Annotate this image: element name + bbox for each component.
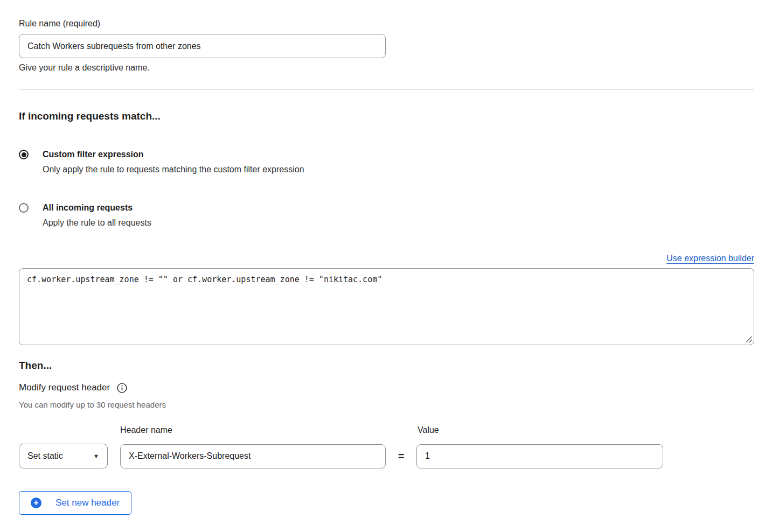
builder-link-row: Use expression builder [19, 254, 754, 263]
rule-name-label: Rule name (required) [19, 18, 754, 29]
radio-unselected-icon[interactable] [19, 203, 29, 213]
expression-editor: cf.worker.upstream_zone != "" or cf.work… [19, 268, 754, 345]
header-value-input[interactable] [416, 444, 663, 468]
action-row: Modify request header [19, 382, 754, 393]
column-labels-row: Header name Value [19, 425, 754, 435]
use-expression-builder-link[interactable]: Use expression builder [666, 254, 754, 263]
set-new-header-button[interactable]: + Set new header [19, 491, 131, 515]
header-rule-row: Set static ▼ = [19, 444, 754, 468]
modify-request-header-rule-form: Rule name (required) Give your rule a de… [0, 0, 779, 532]
resize-grip-icon[interactable] [745, 335, 753, 343]
header-name-column-label: Header name [120, 425, 172, 435]
operation-select[interactable]: Set static ▼ [19, 444, 108, 468]
match-section-heading: If incoming requests match... [19, 110, 754, 122]
equals-sign: = [386, 450, 416, 463]
rule-name-input[interactable] [19, 34, 386, 58]
chevron-down-icon: ▼ [93, 453, 99, 459]
action-label: Modify request header [19, 382, 110, 393]
value-column-label: Value [418, 425, 439, 435]
radio-option-label: Custom filter expression [43, 149, 304, 160]
header-count-help: You can modify up to 30 request headers [19, 400, 754, 409]
operation-select-value: Set static [27, 451, 63, 461]
radio-option-description: Apply the rule to all requests [43, 218, 151, 228]
radio-option-label: All incoming requests [43, 202, 151, 213]
radio-selected-icon[interactable] [19, 150, 29, 159]
set-new-header-label: Set new header [55, 498, 120, 508]
radio-option-text: All incoming requests Apply the rule to … [43, 202, 151, 228]
radio-option-description: Only apply the rule to requests matching… [43, 164, 304, 175]
header-name-input[interactable] [120, 444, 386, 468]
info-icon[interactable] [117, 383, 127, 393]
radio-option-text: Custom filter expression Only apply the … [43, 149, 304, 175]
section-divider [19, 89, 754, 89]
then-section-heading: Then... [19, 360, 754, 372]
filter-expression-textarea[interactable]: cf.worker.upstream_zone != "" or cf.work… [19, 268, 754, 345]
rule-name-help: Give your rule a descriptive name. [19, 63, 754, 73]
plus-icon: + [31, 498, 41, 508]
radio-option-custom-filter-expression[interactable]: Custom filter expression Only apply the … [19, 149, 754, 175]
radio-option-all-incoming-requests[interactable]: All incoming requests Apply the rule to … [19, 202, 754, 228]
